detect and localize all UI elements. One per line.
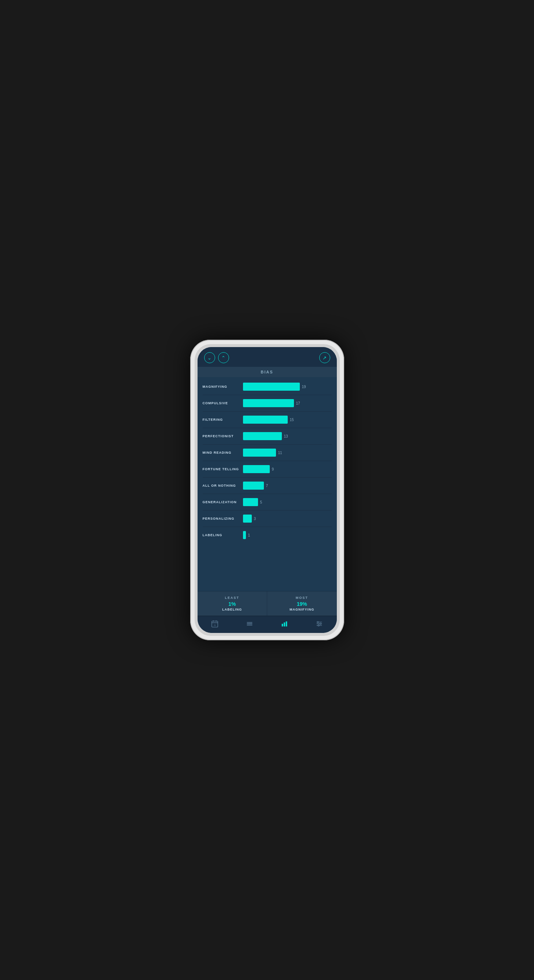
most-heading: MOST bbox=[271, 596, 333, 600]
chart-bar-container: 9 bbox=[243, 465, 332, 473]
nav-list[interactable] bbox=[246, 620, 254, 628]
share-icon: ↗ bbox=[323, 355, 327, 361]
chart-row-label: FILTERING bbox=[203, 418, 243, 422]
bottom-nav: 21 bbox=[197, 616, 337, 633]
chart-row: ALL OR NOTHING 7 bbox=[197, 477, 337, 494]
least-pct: 1% bbox=[201, 601, 264, 607]
chart-row: MAGNIFYING 19 bbox=[197, 379, 337, 395]
chart-bar-container: 15 bbox=[243, 415, 332, 424]
svg-rect-9 bbox=[284, 622, 285, 626]
chart-row: PERFECTIONIST 13 bbox=[197, 428, 337, 444]
chart-bar-container: 5 bbox=[243, 498, 332, 506]
chart-row-value: 5 bbox=[260, 500, 262, 504]
chart-bar bbox=[243, 465, 270, 473]
chart-row: GENERALIZATION 5 bbox=[197, 494, 337, 510]
summary-most: MOST 19% MAGNIFYING bbox=[267, 592, 337, 616]
chart-row-value: 19 bbox=[302, 385, 306, 389]
chart-row-value: 9 bbox=[272, 467, 274, 471]
nav-settings[interactable] bbox=[315, 620, 323, 628]
chart-row-label: MIND READING bbox=[203, 451, 243, 455]
chart-bar-container: 11 bbox=[243, 449, 332, 457]
nav-down-button[interactable]: ⌄ bbox=[204, 352, 215, 363]
header: ⌄ ⌃ ↗ bbox=[197, 347, 337, 367]
chart-bar-container: 3 bbox=[243, 515, 332, 523]
svg-point-16 bbox=[318, 625, 319, 626]
chart-bar bbox=[243, 415, 288, 424]
screen-content: ⌄ ⌃ ↗ BIAS MAGNIFYING bbox=[197, 347, 337, 633]
chart-bar bbox=[243, 383, 300, 391]
chart-area: MAGNIFYING 19 COMPULSIVE 17 FILTERING 15… bbox=[197, 377, 337, 591]
chart-bar bbox=[243, 515, 252, 523]
chart-bar bbox=[243, 399, 294, 407]
chart-row: COMPULSIVE 17 bbox=[197, 395, 337, 411]
chevron-down-icon: ⌄ bbox=[207, 355, 211, 361]
chart-bar bbox=[243, 449, 276, 457]
chart-row: FORTUNE TELLING 9 bbox=[197, 461, 337, 477]
svg-rect-8 bbox=[282, 624, 283, 626]
section-title: BIAS bbox=[197, 367, 337, 377]
chart-row-label: PERSONALIZING bbox=[203, 517, 243, 520]
chart-bar-container: 17 bbox=[243, 399, 332, 407]
svg-text:21: 21 bbox=[214, 624, 216, 626]
chart-row-label: COMPULSIVE bbox=[203, 401, 243, 405]
nav-calendar[interactable]: 21 bbox=[211, 620, 219, 628]
chart-row-label: FORTUNE TELLING bbox=[203, 467, 243, 471]
svg-rect-10 bbox=[286, 622, 287, 627]
chevron-up-icon: ⌃ bbox=[221, 355, 226, 361]
chart-row-label: GENERALIZATION bbox=[203, 500, 243, 504]
most-pct: 19% bbox=[271, 601, 333, 607]
chart-row-value: 13 bbox=[284, 434, 288, 438]
nav-up-button[interactable]: ⌃ bbox=[218, 352, 229, 363]
share-button[interactable]: ↗ bbox=[319, 352, 330, 363]
chart-row-value: 11 bbox=[278, 451, 282, 455]
chart-row-value: 3 bbox=[254, 517, 256, 521]
chart-bar bbox=[243, 432, 282, 440]
chart-row-value: 17 bbox=[296, 401, 300, 405]
header-nav: ⌄ ⌃ bbox=[204, 352, 229, 363]
least-name: LABELING bbox=[201, 608, 264, 611]
chart-row-value: 15 bbox=[290, 418, 294, 422]
chart-bar bbox=[243, 482, 264, 490]
chart-row-label: MAGNIFYING bbox=[203, 385, 243, 388]
phone-inner: ⌄ ⌃ ↗ BIAS MAGNIFYING bbox=[195, 344, 340, 636]
summary-area: LEAST 1% LABELING MOST 19% MAGNIFYING bbox=[197, 591, 337, 616]
chart-row: PERSONALIZING 3 bbox=[197, 511, 337, 527]
chart-row: MIND READING 11 bbox=[197, 445, 337, 461]
svg-point-14 bbox=[317, 622, 319, 623]
least-heading: LEAST bbox=[201, 596, 264, 600]
nav-chart[interactable] bbox=[280, 620, 288, 628]
chart-row-label: ALL OR NOTHING bbox=[203, 484, 243, 487]
chart-bar bbox=[243, 498, 258, 506]
chart-row-value: 1 bbox=[248, 533, 250, 537]
phone-screen: ⌄ ⌃ ↗ BIAS MAGNIFYING bbox=[197, 347, 337, 633]
chart-row-label: PERFECTIONIST bbox=[203, 434, 243, 438]
chart-bar-container: 7 bbox=[243, 482, 332, 490]
chart-bar-container: 13 bbox=[243, 432, 332, 440]
chart-bar-container: 19 bbox=[243, 383, 332, 391]
most-name: MAGNIFYING bbox=[271, 608, 333, 611]
chart-row: LABELING 1 bbox=[197, 527, 337, 543]
summary-least: LEAST 1% LABELING bbox=[197, 592, 267, 616]
chart-row-label: LABELING bbox=[203, 533, 243, 537]
chart-bar bbox=[243, 531, 246, 539]
phone-device: ⌄ ⌃ ↗ BIAS MAGNIFYING bbox=[190, 340, 344, 640]
svg-point-15 bbox=[320, 623, 321, 625]
chart-bar-container: 1 bbox=[243, 531, 332, 539]
chart-row-value: 7 bbox=[266, 484, 268, 488]
chart-row: FILTERING 15 bbox=[197, 412, 337, 428]
